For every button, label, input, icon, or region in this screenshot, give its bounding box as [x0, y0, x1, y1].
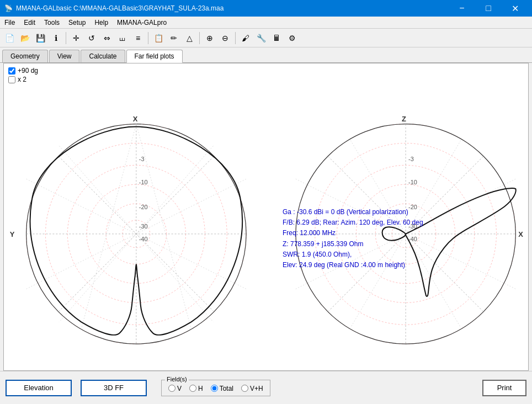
svg-text:-3: -3 [139, 156, 145, 162]
menu-edit[interactable]: Edit [19, 17, 40, 28]
menu-mmana-galpro[interactable]: MMANA-GALpro [113, 17, 171, 28]
tb-draw[interactable]: ✏ [167, 31, 181, 45]
fields-legend-label: Field(s) [165, 376, 189, 382]
radio-vph-label[interactable]: V+H [241, 385, 263, 392]
tb-wrench[interactable]: 🔧 [254, 31, 268, 45]
info-line6: Elev: 24.9 deg (Real GND :4.00 m height) [283, 260, 423, 270]
info-line3: Freq: 12.000 MHz [283, 228, 423, 238]
title-bar-left: 📡 MMANA-GALbasic C:\MMANA-GALBasic3\GRAY… [4, 4, 224, 12]
tab-view[interactable]: View [49, 50, 80, 62]
tb-move[interactable]: ✛ [69, 31, 83, 45]
menu-setup[interactable]: Setup [64, 17, 90, 28]
tb-paint[interactable]: 🖌 [238, 31, 253, 45]
tb-minus-circle[interactable]: ⊖ [218, 31, 232, 45]
tab-far-field-plots[interactable]: Far field plots [126, 50, 183, 63]
tab-bar: Geometry View Calculate Far field plots [0, 47, 532, 63]
title-bar: 📡 MMANA-GALbasic C:\MMANA-GALBasic3\GRAY… [0, 0, 532, 17]
radio-total[interactable] [211, 385, 218, 392]
info-panel: Ga : -30.6 dBi = 0 dB (Vertical polariza… [283, 207, 423, 270]
radio-v[interactable] [168, 385, 175, 392]
print-button[interactable]: Print [482, 380, 526, 396]
radio-h-text: H [198, 385, 203, 392]
main-content: +90 dg x 2 -3 -10 -20 [3, 63, 529, 371]
tb-plus-circle[interactable]: ⊕ [203, 31, 217, 45]
tb-rotate[interactable]: ↺ [84, 31, 99, 45]
info-line5: SWR: 1.9 (450.0 Ohm), [283, 249, 423, 260]
tb-separator-1 [66, 32, 66, 44]
radio-h[interactable] [189, 385, 196, 392]
svg-text:-20: -20 [139, 204, 148, 210]
tb-stretch[interactable]: ⇔ [100, 31, 114, 45]
svg-line-12 [81, 124, 136, 329]
window-title: MMANA-GALbasic C:\MMANA-GALBasic3\GRAYHA… [16, 4, 224, 12]
close-button[interactable]: ✕ [502, 0, 528, 17]
maximize-button[interactable]: □ [476, 0, 501, 17]
radio-total-text: Total [220, 385, 233, 392]
svg-text:X: X [133, 115, 138, 123]
info-line2: F/B: 6.29 dB; Rear: Azim. 120 deg, Elev.… [283, 217, 423, 228]
radio-vph[interactable] [241, 385, 248, 392]
svg-text:-10: -10 [139, 179, 148, 185]
tb-open[interactable]: 📂 [18, 31, 32, 45]
tb-mirror[interactable]: ⧢ [115, 31, 130, 45]
bottom-bar: Elevation 3D FF Field(s) V H Total V+H P… [0, 371, 532, 404]
menu-bar: File Edit Tools Setup Help MMANA-GALpro [0, 17, 532, 29]
svg-text:-10: -10 [408, 179, 417, 185]
tb-separator-3 [199, 32, 200, 44]
3d-ff-button[interactable]: 3D FF [81, 380, 147, 396]
tb-save[interactable]: 💾 [33, 31, 47, 45]
svg-text:-40: -40 [139, 236, 148, 242]
minimize-button[interactable]: − [449, 0, 475, 17]
tb-separator-2 [148, 32, 148, 44]
radio-h-label[interactable]: H [189, 385, 203, 392]
elevation-button[interactable]: Elevation [6, 380, 72, 396]
svg-text:Y: Y [10, 230, 15, 238]
fields-group: Field(s) V H Total V+H [161, 380, 270, 396]
radio-v-label[interactable]: V [168, 385, 182, 392]
svg-text:-3: -3 [408, 156, 414, 162]
svg-text:-30: -30 [139, 223, 148, 230]
tab-geometry[interactable]: Geometry [2, 50, 48, 62]
toolbar: 📄 📂 💾 ℹ ✛ ↺ ⇔ ⧢ ≡ 📋 ✏ △ ⊕ ⊖ 🖌 🔧 🖩 ⚙ [0, 29, 532, 47]
title-bar-controls: − □ ✕ [449, 0, 528, 17]
tb-calc[interactable]: 🖩 [269, 31, 284, 45]
app-icon: 📡 [4, 4, 13, 12]
tb-new[interactable]: 📄 [2, 31, 17, 45]
svg-text:X: X [518, 230, 523, 238]
menu-tools[interactable]: Tools [40, 17, 64, 28]
info-line4: Z: 778.359 + j185.339 Ohm [283, 239, 423, 249]
tab-calculate[interactable]: Calculate [81, 50, 125, 62]
tb-info[interactable]: ℹ [49, 31, 63, 45]
svg-text:Z: Z [402, 115, 406, 123]
menu-help[interactable]: Help [90, 17, 113, 28]
radio-total-label[interactable]: Total [211, 385, 233, 392]
tb-triangle[interactable]: △ [182, 31, 196, 45]
menu-file[interactable]: File [0, 17, 19, 28]
plot-svg: -3 -10 -20 -30 -40 X Y -3 -10 -20 -30 [4, 63, 528, 370]
radio-vph-text: V+H [250, 385, 263, 392]
tb-separator-4 [235, 32, 236, 44]
tb-align[interactable]: ≡ [131, 31, 145, 45]
info-line1: Ga : -30.6 dBi = 0 dB (Vertical polariza… [283, 207, 423, 217]
tb-doc1[interactable]: 📋 [151, 31, 166, 45]
tb-gear[interactable]: ⚙ [285, 31, 299, 45]
radio-v-text: V [177, 385, 182, 392]
